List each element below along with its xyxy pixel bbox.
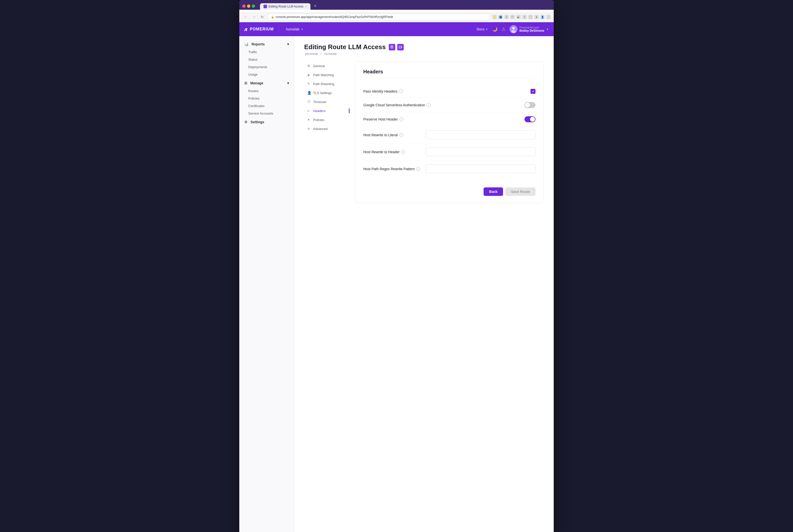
avatar (509, 25, 518, 33)
ext-icon-9: 👤 (540, 15, 545, 19)
workspace-selector[interactable]: homelab ▼ (284, 26, 305, 32)
alert-icon[interactable]: ⚠ (502, 26, 505, 32)
ext-icon-1: ⭐ (492, 15, 497, 19)
new-tab-button[interactable]: + (312, 2, 318, 10)
workspace-name: homelab (286, 27, 299, 31)
route-nav-path-rewriting[interactable]: ✎ Path Rewriting (304, 80, 349, 88)
host-rewrite-header-row: Host Rewrite to Header i (363, 144, 536, 160)
logo: 𝝅 POMERIUM (244, 26, 274, 32)
sidebar-item-policies[interactable]: Policies (240, 95, 293, 102)
video-icon[interactable] (397, 44, 404, 51)
page-header: Editing Route LLM Access personal (304, 43, 544, 56)
ext-icon-3: ✳ (504, 15, 509, 19)
sidebar-item-deployments[interactable]: Deployments (240, 63, 293, 71)
advanced-nav-icon: ✳ (307, 127, 311, 131)
page-title-row: Editing Route LLM Access (304, 43, 544, 51)
reload-button[interactable]: ↻ (259, 14, 265, 20)
dark-mode-icon[interactable]: 🌙 (492, 26, 498, 32)
reports-chevron-icon: ▾ (287, 42, 289, 46)
host-rewrite-literal-label: Host Rewrite to Literal i (363, 133, 403, 137)
path-matching-nav-icon: ◈ (307, 73, 311, 77)
sidebar-reports-header[interactable]: 📊 Reports ▾ (240, 40, 293, 48)
account-type-label: Personal Account (520, 26, 544, 29)
user-menu[interactable]: Personal Account Bobby DeSimone ▼ (509, 25, 549, 33)
pass-identity-headers-help-icon[interactable]: i (399, 89, 403, 93)
back-button[interactable]: Back (484, 187, 503, 196)
address-bar[interactable]: 🔒 console.pomerium.app/app/management/ro… (267, 14, 490, 20)
host-rewrite-literal-input[interactable] (426, 131, 536, 139)
google-cloud-serverless-help-icon[interactable]: i (426, 103, 430, 107)
sidebar-item-certificates[interactable]: Certificates (240, 102, 293, 110)
google-cloud-serverless-text: Google Cloud Serverless Authentication (363, 103, 425, 107)
pass-identity-headers-checkbox[interactable] (530, 89, 536, 94)
page-title-icons (389, 44, 404, 51)
headers-nav-label: Headers (313, 109, 325, 113)
google-cloud-serverless-toggle[interactable] (524, 102, 536, 108)
preserve-host-header-help-icon[interactable]: i (400, 117, 404, 121)
route-nav-tls-settings[interactable]: 👤 TLS Settings (304, 89, 349, 97)
advanced-nav-label: Advanced (313, 127, 328, 131)
route-nav-general[interactable]: ⚙ General (304, 62, 349, 70)
maximize-button[interactable] (252, 4, 255, 8)
preserve-host-header-toggle-knob (530, 117, 535, 122)
forward-nav-button[interactable]: → (251, 14, 257, 20)
host-path-regex-text: Host Path Regex Rewrite Pattern (363, 167, 415, 171)
breadcrumb-homelab: homelab (324, 52, 337, 56)
nav-actions: Docs ▼ 🌙 ⚠ Personal Account Bobby DeSimo… (477, 25, 549, 33)
host-path-regex-input[interactable] (426, 165, 536, 173)
user-info: Personal Account Bobby DeSimone (520, 26, 544, 33)
ext-icon-5: ▶ (516, 15, 521, 19)
host-path-regex-label: Host Path Regex Rewrite Pattern i (363, 167, 420, 171)
settings-label: Settings (251, 120, 264, 124)
tab-close-button[interactable]: ✕ (305, 5, 307, 8)
sidebar-settings-header[interactable]: ⚙ Settings (240, 118, 293, 126)
docs-button[interactable]: Docs ▼ (477, 27, 488, 31)
host-rewrite-header-input[interactable] (426, 148, 536, 156)
google-cloud-serverless-toggle-knob (525, 102, 530, 108)
route-nav-headers[interactable]: ≡ Headers (304, 107, 349, 115)
breadcrumb-separator: / (321, 52, 322, 56)
sidebar-item-routes[interactable]: Routes (240, 87, 293, 95)
lock-icon: 🔒 (271, 16, 274, 18)
pass-identity-headers-row: Pass Identity Headers i (363, 85, 536, 98)
browser-extensions: ⭐ 🔵 ✳ 🛡 ▶ ✎ 📋 ⬇ 👤 ⋮ (492, 15, 551, 19)
preserve-host-header-toggle[interactable] (524, 116, 536, 122)
svg-point-2 (511, 30, 516, 33)
save-route-button[interactable]: Save Route (505, 187, 536, 196)
app-layout: 𝝅 POMERIUM homelab ▼ Docs ▼ 🌙 ⚠ (239, 22, 554, 532)
route-nav: ⚙ General ◈ Path Matching ✎ Path Rewriti… (304, 62, 349, 203)
route-nav-path-matching[interactable]: ◈ Path Matching (304, 71, 349, 79)
user-menu-chevron-icon: ▼ (546, 28, 549, 31)
back-nav-button[interactable]: ← (242, 14, 249, 20)
svg-point-1 (512, 27, 515, 30)
close-button[interactable] (242, 4, 246, 8)
path-rewriting-nav-icon: ✎ (307, 82, 311, 86)
host-rewrite-header-help-icon[interactable]: i (401, 150, 405, 154)
form-actions: Back Save Route (363, 184, 536, 196)
active-tab[interactable]: Editing Route LLM Access ✕ (260, 3, 310, 10)
sidebar-section-settings: ⚙ Settings (239, 118, 294, 126)
sidebar-item-service-accounts[interactable]: Service Accounts (240, 110, 293, 117)
sidebar-manage-header[interactable]: ⊞ Manage ▾ (240, 79, 293, 87)
docs-label: Docs (477, 27, 485, 31)
doc-icon[interactable] (389, 44, 395, 51)
sidebar-section-manage: ⊞ Manage ▾ Routes Policies Certificates … (239, 79, 294, 117)
sidebar: 📊 Reports ▾ Traffic Status Deployments U… (239, 36, 294, 532)
route-nav-policies[interactable]: ✦ Policies (304, 116, 349, 124)
host-rewrite-literal-text: Host Rewrite to Literal (363, 133, 398, 137)
route-nav-timeouts[interactable]: ⏱ Timeouts (304, 98, 349, 106)
host-rewrite-header-text: Host Rewrite to Header (363, 150, 400, 154)
sidebar-item-traffic[interactable]: Traffic (240, 49, 293, 56)
route-nav-advanced[interactable]: ✳ Advanced (304, 125, 349, 133)
host-rewrite-literal-help-icon[interactable]: i (399, 133, 403, 137)
minimize-button[interactable] (247, 4, 250, 8)
pass-identity-headers-label: Pass Identity Headers i (363, 89, 403, 93)
breadcrumb-personal: personal (305, 52, 318, 56)
user-name-label: Bobby DeSimone (520, 29, 544, 33)
host-rewrite-literal-row: Host Rewrite to Literal i (363, 127, 536, 144)
ext-icon-7: 📋 (528, 15, 533, 19)
sidebar-item-status[interactable]: Status (240, 56, 293, 63)
url-text: console.pomerium.app/app/management/rout… (275, 15, 393, 19)
host-path-regex-help-icon[interactable]: i (416, 167, 420, 171)
sidebar-item-usage[interactable]: Usage (240, 71, 293, 78)
